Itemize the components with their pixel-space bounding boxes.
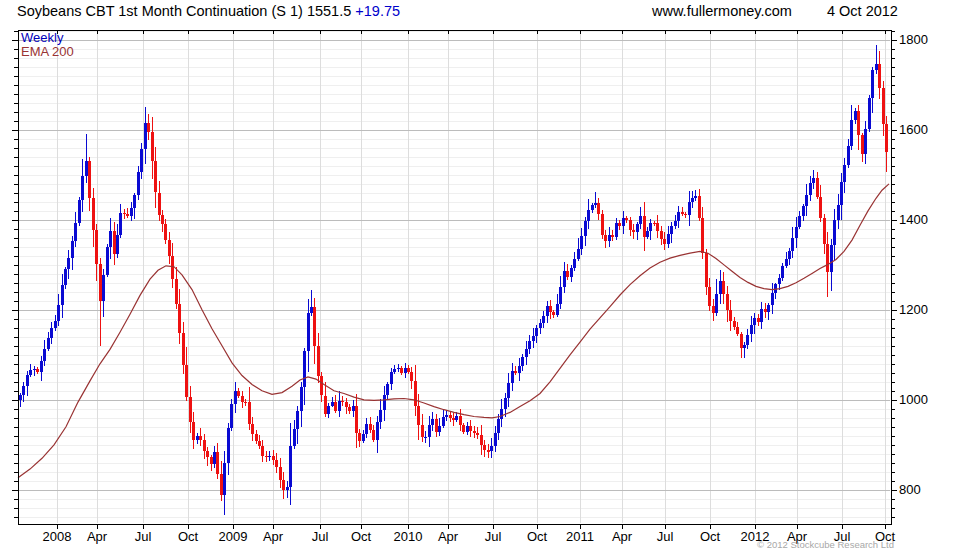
x-axis-label: Jul: [657, 529, 674, 544]
x-axis-label: Jul: [135, 529, 152, 544]
ema-line: [18, 184, 889, 478]
grid-vertical-lines: [58, 31, 886, 523]
x-axis-label: Jul: [312, 529, 329, 544]
y-axis-label: 1400: [899, 212, 928, 227]
copyright: © 2012 Stockcube Research Ltd: [757, 539, 894, 550]
y-axis-label: 1000: [899, 392, 928, 407]
x-axis-label: 2010: [394, 529, 423, 544]
x-axis-label: 2009: [219, 529, 248, 544]
x-axis-label: Oct: [178, 529, 199, 544]
x-axis-label: Oct: [527, 529, 548, 544]
x-axis-label: 2008: [43, 529, 72, 544]
legend-ema: EMA 200: [21, 44, 74, 59]
x-axis-label: Oct: [351, 529, 372, 544]
price-chart: 180016001400120010008002008AprJulOct2009…: [0, 0, 980, 560]
x-axis-label: 2011: [566, 529, 594, 544]
x-axis-label: Apr: [612, 529, 633, 544]
x-axis-label: Apr: [438, 529, 459, 544]
x-axis-label: Jul: [485, 529, 502, 544]
y-axis-label: 800: [899, 482, 921, 497]
chart-page: { "header": { "title_main": "Soybeans CB…: [0, 0, 980, 560]
y-axis-label: 1800: [899, 32, 928, 47]
grid-minor-lines: [19, 32, 890, 518]
legend-weekly: Weekly: [21, 30, 63, 45]
y-axis-label: 1600: [899, 122, 928, 137]
x-axis-label: Apr: [263, 529, 284, 544]
x-axis-label: Apr: [87, 529, 108, 544]
y-axis-label: 1200: [899, 302, 928, 317]
x-axis-label: Oct: [700, 529, 721, 544]
